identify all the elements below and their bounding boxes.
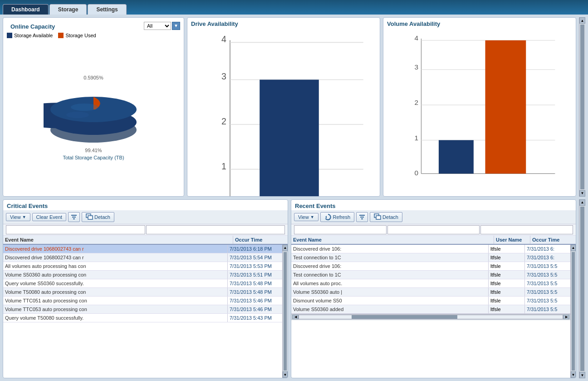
recent-filter-event[interactable] (294, 225, 387, 234)
h-scrollbar-track[interactable] (299, 315, 563, 319)
recent-scrollbar[interactable]: ▲ ▼ (570, 245, 576, 378)
table-row[interactable]: Volume S50360 auto processing con7/31/20… (3, 271, 282, 279)
dropdown-arrow-btn[interactable]: ▼ (172, 22, 180, 30)
scroll-thumb[interactable] (580, 25, 584, 189)
recent-filter-user[interactable] (387, 225, 480, 234)
critical-scroll-up[interactable]: ▲ (283, 245, 288, 251)
table-row[interactable]: Test connection to 1Cltfsle7/31/2013 5:5 (291, 271, 570, 279)
table-row[interactable]: Discovered drive 106:ltfsle7/31/2013 5:5 (291, 262, 570, 271)
critical-time-cell: 7/31/2013 5:48 PM (228, 288, 282, 296)
bottom-scroll-down[interactable]: ▼ (579, 372, 585, 378)
table-row[interactable]: Query volume T50080 successfully.7/31/20… (3, 314, 282, 322)
table-row[interactable]: Test connection to 1Cltfsle7/31/2013 6: (291, 253, 570, 262)
recent-time-cell: 7/31/2013 5:5 (525, 305, 570, 313)
recent-time-cell: 7/31/2013 6: (525, 245, 570, 253)
table-row[interactable]: Volume T50080 auto processing con7/31/20… (3, 288, 282, 297)
recent-events-toolbar: View ▼ Refresh (291, 210, 576, 224)
bottom-scroll-thumb[interactable] (580, 207, 584, 371)
refresh-btn[interactable]: Refresh (320, 212, 355, 222)
bottom-right-scrollbar[interactable]: ▲ ▼ (579, 199, 585, 379)
recent-header-event: Event Name (291, 236, 494, 244)
critical-time-cell: 7/31/2013 5:43 PM (228, 314, 282, 322)
scroll-down-btn[interactable]: ▼ (579, 190, 585, 197)
bottom-scroll-up[interactable]: ▲ (579, 199, 585, 206)
recent-time-cell: 7/31/2013 6: (525, 253, 570, 262)
recent-scroll-thumb[interactable] (572, 252, 575, 371)
critical-table-header: Event Name Occur Time (3, 236, 288, 245)
table-row[interactable]: Volume TTC051 auto processing con7/31/20… (3, 297, 282, 305)
svg-text:1: 1 (414, 134, 418, 142)
capacity-legend: Storage Available Storage Used (3, 32, 184, 39)
recent-event-cell: Discovered drive 106: (291, 245, 489, 253)
table-row[interactable]: Discovered drive 1068002743 can r7/31/20… (3, 253, 282, 262)
critical-event-cell: Volume T50080 auto processing con (3, 288, 228, 296)
recent-user-cell: ltfsle (489, 271, 525, 279)
table-row[interactable]: Discovered drive 106:ltfsle7/31/2013 6: (291, 245, 570, 253)
critical-header-event: Event Name (3, 236, 233, 244)
recent-filter-time[interactable] (480, 225, 573, 234)
svg-rect-28 (439, 140, 474, 174)
critical-scrollbar[interactable]: ▲ ▼ (282, 245, 288, 378)
recent-filter-row (291, 224, 576, 236)
drive-availability-panel: Drive Availability 0 1 2 3 4 (187, 17, 380, 197)
recent-events-panel: Recent Events View ▼ Refresh (291, 199, 576, 379)
recent-event-cell: All volumes auto proc. (291, 279, 489, 287)
table-row[interactable]: Volume TTC053 auto processing con7/31/20… (3, 305, 282, 314)
h-scroll-right[interactable]: ▶ (563, 315, 569, 319)
critical-filter-btn[interactable] (68, 212, 80, 222)
critical-detach-btn[interactable]: Detach (82, 212, 114, 222)
table-row[interactable]: Dismount volume S50ltfsle7/31/2013 5:5 (291, 297, 570, 305)
critical-event-cell: Volume S50360 auto processing con (3, 271, 228, 279)
clear-event-btn[interactable]: Clear Event (32, 213, 66, 221)
recent-user-cell: ltfsle (489, 288, 525, 296)
recent-event-cell: Test connection to 1C (291, 253, 489, 262)
recent-event-cell: Discovered drive 106: (291, 262, 489, 270)
critical-event-cell: Volume TTC051 auto processing con (3, 297, 228, 305)
svg-marker-35 (325, 216, 327, 218)
critical-filter-time[interactable] (146, 225, 285, 234)
critical-scroll-down[interactable]: ▼ (283, 371, 288, 378)
recent-event-cell: Dismount volume S50 (291, 297, 489, 305)
recent-view-btn[interactable]: View ▼ (294, 213, 318, 221)
capacity-dropdown: All ▼ (144, 22, 180, 30)
table-row[interactable]: Volume S50360 auto |ltfsle7/31/2013 5:5 (291, 288, 570, 297)
pie-label-bottom: 99.41% (85, 148, 102, 153)
recent-filter-icon (358, 213, 366, 221)
critical-filter-event[interactable] (6, 225, 145, 234)
tab-storage[interactable]: Storage (49, 4, 87, 15)
svg-text:1: 1 (221, 161, 226, 171)
recent-time-cell: 7/31/2013 5:5 (525, 288, 570, 296)
recent-user-cell: ltfsle (489, 297, 525, 305)
critical-view-btn[interactable]: View ▼ (6, 213, 30, 221)
svg-rect-36 (359, 215, 365, 216)
table-row[interactable]: All volumes auto processing has con7/31/… (3, 262, 282, 271)
right-scrollbar[interactable]: ▲ ▼ (579, 17, 585, 197)
top-row: Online Capacity All ▼ Storage Available … (3, 17, 585, 197)
critical-scroll-thumb[interactable] (284, 252, 287, 371)
legend-available-box (7, 33, 12, 38)
table-row[interactable]: All volumes auto proc.ltfsle7/31/2013 5:… (291, 279, 570, 288)
tab-settings[interactable]: Settings (88, 4, 126, 15)
table-row[interactable]: Volume S50360 addedltfsle7/31/2013 5:5 (291, 305, 570, 314)
legend-used-box (58, 33, 64, 38)
recent-scroll-up[interactable]: ▲ (571, 245, 576, 251)
h-scroll-left[interactable]: ◀ (292, 315, 299, 319)
volume-availability-panel: Volume Availability 0 1 2 3 4 (383, 17, 576, 197)
h-scrollbar-thumb[interactable] (352, 315, 457, 319)
recent-detach-icon (374, 213, 381, 221)
table-row[interactable]: Query volume S50360 successfully.7/31/20… (3, 279, 282, 288)
recent-scroll-down[interactable]: ▼ (571, 371, 576, 378)
table-row[interactable]: Discovered drive 1068002743 can r7/31/20… (3, 245, 282, 253)
volume-availability-title: Volume Availability (383, 18, 576, 28)
recent-filter-btn[interactable] (356, 212, 368, 222)
capacity-select[interactable]: All (144, 22, 171, 30)
critical-scroll-content: Discovered drive 1068002743 can r7/31/20… (3, 245, 282, 378)
recent-detach-btn[interactable]: Detach (370, 212, 402, 222)
recent-time-cell: 7/31/2013 5:5 (525, 271, 570, 279)
tab-dashboard[interactable]: Dashboard (3, 4, 49, 15)
svg-rect-30 (71, 215, 77, 216)
legend-used-label: Storage Used (65, 33, 96, 38)
recent-user-cell: ltfsle (489, 253, 525, 262)
scroll-up-btn[interactable]: ▲ (579, 17, 585, 24)
legend-available: Storage Available (7, 33, 53, 38)
